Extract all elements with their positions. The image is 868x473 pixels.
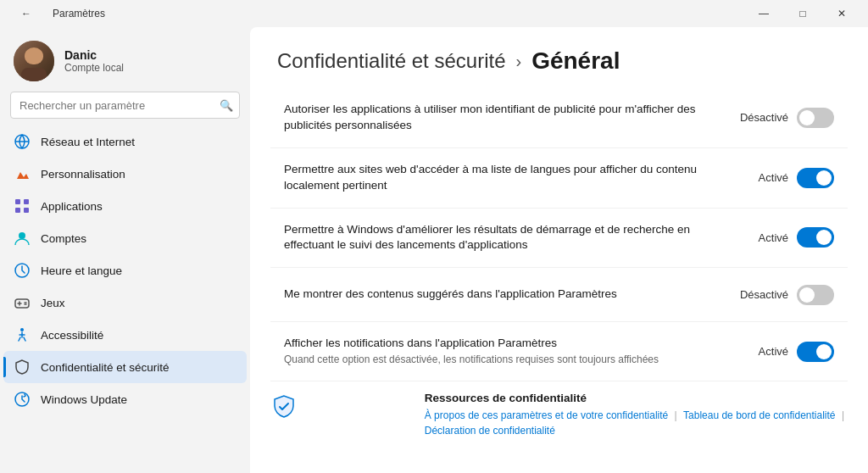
setting-text-pub-id: Autoriser les applications à utiliser mo… bbox=[284, 102, 715, 134]
sidebar-item-reseau[interactable]: Réseau et Internet bbox=[3, 125, 247, 158]
nav-label-confidentialite: Confidentialité et sécurité bbox=[41, 361, 170, 374]
link-separator: | bbox=[839, 409, 844, 421]
nav-icon-apps bbox=[14, 198, 31, 214]
setting-control-pub-id: Désactivé bbox=[732, 108, 834, 128]
privacy-link-0[interactable]: À propos de ces paramètres et de votre c… bbox=[425, 409, 669, 421]
privacy-link-1[interactable]: Tableau de bord de confidentialité bbox=[683, 409, 835, 421]
title-bar: ← Paramètres — □ ✕ bbox=[0, 0, 868, 27]
svg-rect-1 bbox=[15, 199, 20, 204]
sidebar-item-apps[interactable]: Applications bbox=[3, 190, 247, 222]
sidebar-item-access[interactable]: Accessibilité bbox=[3, 319, 247, 351]
title-bar-left: ← Paramètres bbox=[7, 0, 105, 27]
nav-label-update: Windows Update bbox=[41, 393, 127, 406]
breadcrumb-parent: Confidentialité et sécurité bbox=[277, 49, 505, 73]
nav-icon-jeux bbox=[14, 294, 31, 311]
setting-text-notifs: Afficher les notifications dans l'applic… bbox=[284, 336, 715, 366]
setting-status-search-improve: Activé bbox=[759, 231, 788, 244]
setting-toggle-search-improve[interactable] bbox=[797, 227, 834, 248]
setting-control-search-improve: Activé bbox=[732, 227, 834, 248]
setting-control-suggested: Désactivé bbox=[732, 285, 834, 305]
nav-icon-heure bbox=[14, 262, 31, 279]
setting-row-lang-list: Permettre aux sites web d'accéder à ma l… bbox=[270, 148, 848, 209]
sidebar-item-update[interactable]: Windows Update bbox=[3, 383, 247, 415]
setting-row-suggested: Me montrer des contenus suggérés dans l'… bbox=[270, 268, 848, 322]
setting-label-notifs: Afficher les notifications dans l'applic… bbox=[284, 336, 715, 352]
main-content: Confidentialité et sécurité › Général Au… bbox=[250, 27, 868, 473]
nav-label-jeux: Jeux bbox=[41, 297, 65, 309]
nav-icon-comptes bbox=[14, 230, 31, 247]
setting-status-notifs: Activé bbox=[759, 345, 788, 358]
svg-rect-2 bbox=[24, 199, 29, 204]
page-header: Confidentialité et sécurité › Général bbox=[250, 27, 868, 88]
nav-label-reseau: Réseau et Internet bbox=[41, 136, 135, 148]
privacy-title: Ressources de confidentialité bbox=[425, 392, 848, 404]
sidebar-item-perso[interactable]: Personnalisation bbox=[3, 158, 247, 190]
setting-text-search-improve: Permettre à Windows d'améliorer les résu… bbox=[284, 222, 715, 254]
setting-label-search-improve: Permettre à Windows d'améliorer les résu… bbox=[284, 222, 715, 254]
privacy-shield-icon bbox=[270, 393, 298, 420]
breadcrumb-separator: › bbox=[515, 52, 521, 71]
nav-label-access: Accessibilité bbox=[41, 329, 103, 342]
nav-label-comptes: Comptes bbox=[41, 232, 86, 245]
back-button[interactable]: ← bbox=[7, 0, 46, 27]
nav-icon-reseau bbox=[14, 133, 31, 150]
minimize-button[interactable]: — bbox=[744, 0, 783, 27]
nav-label-heure: Heure et langue bbox=[41, 264, 122, 277]
setting-toggle-suggested[interactable] bbox=[797, 285, 834, 305]
svg-rect-3 bbox=[15, 208, 20, 213]
setting-text-suggested: Me montrer des contenus suggérés dans l'… bbox=[284, 287, 715, 303]
user-name: Danic bbox=[64, 48, 124, 62]
settings-list: Autoriser les applications à utiliser mo… bbox=[250, 88, 868, 469]
window-controls: — □ ✕ bbox=[744, 0, 861, 27]
user-info: Danic Compte local bbox=[64, 48, 124, 74]
nav-icon-access bbox=[14, 326, 31, 343]
user-account-type: Compte local bbox=[64, 62, 124, 74]
nav-list: Réseau et InternetPersonnalisationApplic… bbox=[0, 125, 250, 466]
app-title: Paramètres bbox=[53, 8, 105, 19]
search-icon: 🔍 bbox=[220, 99, 233, 112]
svg-point-8 bbox=[20, 328, 24, 331]
setting-row-pub-id: Autoriser les applications à utiliser mo… bbox=[270, 88, 848, 148]
nav-icon-perso bbox=[14, 165, 31, 182]
setting-text-lang-list: Permettre aux sites web d'accéder à ma l… bbox=[284, 162, 715, 194]
setting-control-notifs: Activé bbox=[732, 342, 834, 362]
setting-toggle-notifs[interactable] bbox=[797, 342, 834, 362]
app-body: Danic Compte local 🔍 Réseau et InternetP… bbox=[0, 27, 868, 473]
privacy-link-2[interactable]: Déclaration de confidentialité bbox=[425, 425, 555, 437]
setting-row-notifs: Afficher les notifications dans l'applic… bbox=[270, 322, 848, 381]
setting-toggle-pub-id[interactable] bbox=[797, 108, 834, 128]
setting-label-lang-list: Permettre aux sites web d'accéder à ma l… bbox=[284, 162, 715, 194]
search-box: 🔍 bbox=[10, 92, 240, 119]
sidebar-item-confidentialite[interactable]: Confidentialité et sécurité bbox=[3, 351, 247, 383]
setting-row-search-improve: Permettre à Windows d'améliorer les résu… bbox=[270, 209, 848, 269]
avatar bbox=[14, 41, 54, 81]
privacy-resources-section: Ressources de confidentialitéÀ propos de… bbox=[270, 381, 848, 448]
nav-label-apps: Applications bbox=[41, 200, 103, 213]
setting-label-pub-id: Autoriser les applications à utiliser mo… bbox=[284, 102, 715, 134]
svg-rect-4 bbox=[24, 208, 29, 213]
sidebar: Danic Compte local 🔍 Réseau et InternetP… bbox=[0, 27, 250, 473]
setting-toggle-lang-list[interactable] bbox=[797, 168, 834, 188]
sidebar-item-comptes[interactable]: Comptes bbox=[3, 222, 247, 254]
setting-label-suggested: Me montrer des contenus suggérés dans l'… bbox=[284, 287, 715, 303]
setting-sublabel-notifs: Quand cette option est désactivée, les n… bbox=[284, 353, 715, 367]
sidebar-item-jeux[interactable]: Jeux bbox=[3, 287, 247, 319]
sidebar-item-heure[interactable]: Heure et langue bbox=[3, 254, 247, 287]
nav-icon-confidentialite bbox=[14, 359, 31, 376]
setting-control-lang-list: Activé bbox=[732, 168, 834, 188]
svg-point-5 bbox=[19, 232, 25, 239]
setting-status-suggested: Désactivé bbox=[740, 288, 788, 301]
setting-status-pub-id: Désactivé bbox=[740, 111, 788, 124]
avatar-image bbox=[14, 41, 54, 81]
close-button[interactable]: ✕ bbox=[822, 0, 861, 27]
nav-label-perso: Personnalisation bbox=[41, 168, 125, 181]
search-input[interactable] bbox=[10, 92, 240, 119]
maximize-button[interactable]: □ bbox=[783, 0, 822, 27]
privacy-content: Ressources de confidentialitéÀ propos de… bbox=[425, 392, 848, 438]
privacy-links: À propos de ces paramètres et de votre c… bbox=[425, 408, 848, 438]
page-title: Général bbox=[531, 47, 620, 75]
user-section[interactable]: Danic Compte local bbox=[0, 27, 250, 92]
link-separator: | bbox=[671, 409, 680, 421]
nav-icon-update bbox=[14, 391, 31, 408]
setting-status-lang-list: Activé bbox=[759, 171, 788, 184]
